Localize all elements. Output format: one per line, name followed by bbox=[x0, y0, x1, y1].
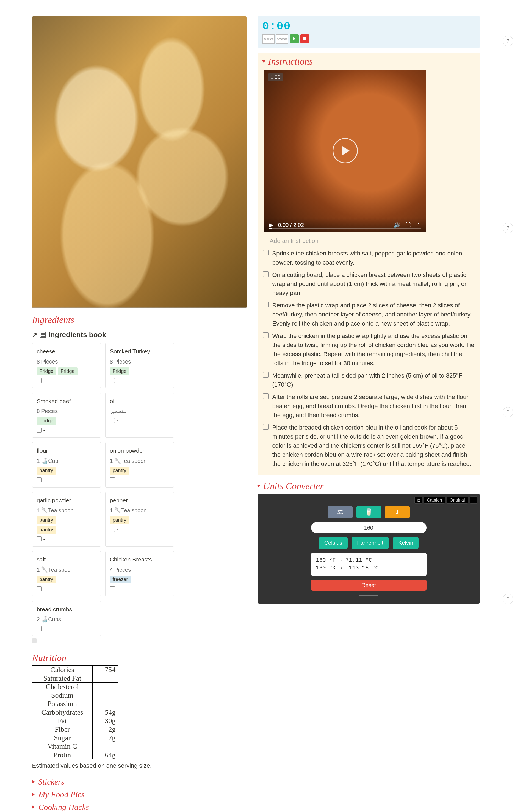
resize-handle[interactable] bbox=[359, 595, 378, 596]
ingredient-checkbox[interactable] bbox=[110, 527, 115, 532]
ingredient-card[interactable]: flour 1 🍶Cup pantry - bbox=[32, 442, 101, 488]
ingredient-checkbox[interactable] bbox=[110, 418, 115, 423]
converter-original-button[interactable]: Original bbox=[447, 497, 468, 504]
storage-tag: pantry bbox=[37, 526, 56, 534]
timer-minutes-input[interactable]: minutes bbox=[263, 34, 274, 44]
nutrition-row: Fat30g bbox=[32, 717, 118, 725]
ingredient-checkbox[interactable] bbox=[37, 586, 42, 591]
ingredient-card[interactable]: oil للتحمير - bbox=[105, 393, 174, 438]
converter-reset-button[interactable]: Reset bbox=[311, 580, 427, 590]
ingredient-card[interactable]: pepper 1 🥄Tea spoon pantry - bbox=[105, 492, 174, 547]
add-instruction-label: Add an Instruction bbox=[270, 237, 318, 245]
video-time: 0:00 / 2:02 bbox=[278, 222, 304, 228]
timer-display: 0:00 bbox=[263, 20, 475, 33]
toggle-my-food-pics[interactable]: My Food Pics bbox=[32, 790, 247, 799]
storage-tag: Fridge bbox=[37, 417, 56, 425]
timer-seconds-input[interactable]: seconds bbox=[276, 34, 288, 44]
help-button[interactable]: ? bbox=[503, 407, 513, 418]
nutrition-value bbox=[92, 742, 118, 751]
ingredient-name: bread crumbs bbox=[37, 605, 96, 614]
ingredient-card[interactable]: Somked Turkey 8 Pieces Fridge - bbox=[105, 343, 174, 388]
storage-tag: Fridge bbox=[110, 367, 129, 375]
video-speed-badge[interactable]: 1.00 bbox=[268, 73, 283, 82]
nutrition-key: Potassium bbox=[32, 700, 92, 708]
nutrition-key: Cholesterol bbox=[32, 683, 92, 691]
chevron-down-icon[interactable] bbox=[262, 60, 265, 63]
nutrition-row: Protin64g bbox=[32, 751, 118, 759]
video-play-icon[interactable] bbox=[332, 138, 358, 163]
ingredient-checkbox[interactable] bbox=[37, 378, 42, 383]
timer-play-button[interactable] bbox=[290, 34, 299, 43]
instruction-text: Sprinkle the chicken breasts with salt, … bbox=[272, 249, 475, 267]
unit-kelvin-button[interactable]: Kelvin bbox=[393, 537, 418, 549]
help-button[interactable]: ? bbox=[503, 223, 513, 233]
ingredient-name: flour bbox=[37, 446, 96, 455]
instruction-checkbox[interactable] bbox=[263, 332, 269, 338]
mode-weight-button[interactable]: ⚖ bbox=[328, 506, 353, 518]
instruction-checkbox[interactable] bbox=[263, 424, 269, 429]
converter-more-icon[interactable]: ⋯ bbox=[470, 496, 477, 504]
ingredient-qty: 8 Pieces bbox=[37, 357, 96, 366]
unit-celsius-button[interactable]: Celsius bbox=[319, 537, 348, 549]
add-card-placeholder[interactable] bbox=[32, 638, 37, 643]
nutrition-value bbox=[92, 691, 118, 700]
nutrition-key: Vitamin C bbox=[32, 742, 92, 751]
converter-caption-button[interactable]: Caption bbox=[424, 497, 445, 504]
instruction-video[interactable]: 1.00 ▶ 0:00 / 2:02 🔊 ⛶ ⋮ bbox=[264, 70, 426, 232]
ingredient-card[interactable]: salt 1 🥄Tea spoon pantry - bbox=[32, 551, 101, 596]
ingredient-checkbox[interactable] bbox=[37, 536, 42, 542]
ingredient-card[interactable]: Chicken Breasts 4 Pieces freezer - bbox=[105, 551, 174, 596]
ingredient-checkbox[interactable] bbox=[110, 477, 115, 482]
converter-copy-icon[interactable]: ⧉ bbox=[414, 497, 422, 504]
ingredient-card[interactable]: Smoked beef 8 Pieces Fridge - bbox=[32, 393, 101, 438]
video-progress[interactable] bbox=[269, 228, 421, 229]
units-converter-widget: ⧉ Caption Original ⋯ ⚖ 🥛 🌡 160 Celsius F… bbox=[257, 494, 480, 604]
ingredient-checkbox[interactable] bbox=[110, 378, 115, 383]
toggle-label: My Food Pics bbox=[38, 790, 85, 799]
nutrition-value: 754 bbox=[92, 666, 118, 674]
toggle-stickers[interactable]: Stickers bbox=[32, 777, 247, 787]
help-button[interactable]: ? bbox=[503, 594, 513, 604]
ingredient-card[interactable]: cheese 8 Pieces FridgeFridge - bbox=[32, 343, 101, 388]
mode-volume-button[interactable]: 🥛 bbox=[357, 506, 381, 518]
instruction-text: Remove the plastic wrap and place 2 slic… bbox=[272, 301, 475, 328]
dash: - bbox=[116, 476, 119, 484]
instruction-checkbox[interactable] bbox=[263, 393, 269, 399]
converter-value-input[interactable]: 160 bbox=[311, 522, 427, 533]
instruction-checkbox[interactable] bbox=[263, 302, 269, 307]
mode-temperature-button[interactable]: 🌡 bbox=[385, 506, 410, 518]
ingredient-card[interactable]: onion powder 1 🥄Tea spoon pantry - bbox=[105, 442, 174, 488]
instruction-checkbox[interactable] bbox=[263, 372, 269, 377]
ingredients-book-link[interactable]: ↗ Ingredients book bbox=[32, 331, 247, 339]
toggle-cooking-hacks[interactable]: Cooking Hacks bbox=[32, 802, 247, 812]
video-more-icon[interactable]: ⋮ bbox=[416, 222, 421, 228]
ingredient-card[interactable]: garlic powder 1 🥄Tea spoon pantry pantry… bbox=[32, 492, 101, 547]
instruction-item: Place the breaded chicken cordon bleu in… bbox=[263, 421, 475, 470]
instruction-checkbox[interactable] bbox=[263, 250, 269, 255]
chevron-down-icon[interactable] bbox=[257, 485, 260, 488]
help-button[interactable]: ? bbox=[503, 36, 513, 46]
instruction-item: After the rolls are set, prepare 2 separ… bbox=[263, 391, 475, 421]
ingredient-name: Smoked beef bbox=[37, 397, 96, 406]
nutrition-key: Sugar bbox=[32, 734, 92, 742]
dash: - bbox=[116, 525, 119, 533]
ingredient-checkbox[interactable] bbox=[37, 626, 42, 631]
nutrition-key: Carbohydrates bbox=[32, 708, 92, 717]
volume-icon[interactable]: 🔊 bbox=[394, 222, 400, 228]
table-icon bbox=[40, 332, 46, 338]
ingredients-heading: Ingredients bbox=[32, 315, 247, 325]
timer-stop-button[interactable] bbox=[301, 34, 309, 43]
ingredient-checkbox[interactable] bbox=[37, 477, 42, 482]
ingredient-card[interactable]: bread crumbs 2 🍶Cups - bbox=[32, 601, 101, 637]
ingredient-qty: للتحمير bbox=[110, 407, 169, 415]
dash: - bbox=[43, 585, 46, 593]
ingredient-checkbox[interactable] bbox=[37, 428, 42, 433]
add-instruction-button[interactable]: + Add an Instruction bbox=[263, 236, 475, 247]
fullscreen-icon[interactable]: ⛶ bbox=[405, 222, 411, 228]
unit-fahrenheit-button[interactable]: Fahrenheit bbox=[351, 537, 389, 549]
instruction-checkbox[interactable] bbox=[263, 271, 269, 277]
ingredient-checkbox[interactable] bbox=[110, 586, 115, 591]
video-play-small-icon[interactable]: ▶ bbox=[269, 222, 273, 228]
nutrition-value bbox=[92, 674, 118, 683]
play-icon bbox=[293, 37, 295, 40]
